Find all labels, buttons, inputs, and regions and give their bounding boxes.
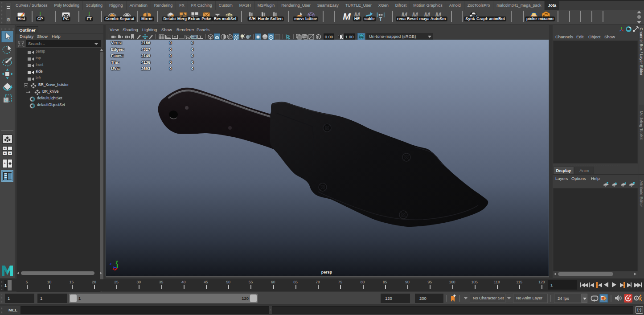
svg-text:x: x <box>112 266 115 270</box>
svg-text:z: z <box>110 262 112 266</box>
svg-text:y: y <box>116 259 118 264</box>
